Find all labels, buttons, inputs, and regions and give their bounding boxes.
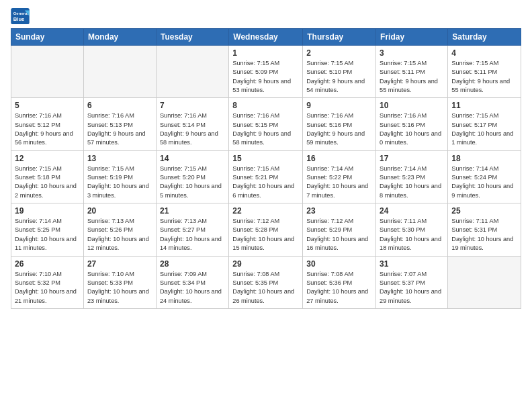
svg-text:General: General (13, 11, 29, 15)
svg-text:Blue: Blue (13, 16, 25, 22)
day-info: Sunrise: 7:14 AMSunset: 5:23 PMDaylight:… (380, 165, 444, 200)
calendar-cell: 22Sunrise: 7:12 AMSunset: 5:28 PMDayligh… (229, 203, 303, 256)
day-info: Sunrise: 7:15 AMSunset: 5:19 PMDaylight:… (87, 165, 152, 200)
day-number: 30 (306, 259, 372, 269)
logo-icon: General Blue (11, 8, 30, 24)
day-info: Sunrise: 7:11 AMSunset: 5:31 PMDaylight:… (451, 217, 517, 253)
day-info: Sunrise: 7:16 AMSunset: 5:15 PMDaylight:… (232, 111, 299, 147)
day-info: Sunrise: 7:13 AMSunset: 5:26 PMDaylight:… (87, 217, 152, 253)
day-number: 5 (15, 101, 80, 110)
calendar-cell: 14Sunrise: 7:15 AMSunset: 5:20 PMDayligh… (156, 150, 228, 203)
day-number: 17 (380, 154, 444, 163)
calendar-cell (83, 46, 156, 98)
day-info: Sunrise: 7:10 AMSunset: 5:33 PMDaylight:… (87, 270, 152, 306)
calendar-cell: 26Sunrise: 7:10 AMSunset: 5:32 PMDayligh… (11, 256, 84, 308)
day-info: Sunrise: 7:15 AMSunset: 5:21 PMDaylight:… (232, 165, 299, 200)
day-number: 4 (451, 48, 517, 58)
day-info: Sunrise: 7:12 AMSunset: 5:28 PMDaylight:… (232, 217, 299, 253)
calendar-cell: 3Sunrise: 7:15 AMSunset: 5:11 PMDaylight… (376, 46, 448, 98)
calendar-cell: 17Sunrise: 7:14 AMSunset: 5:23 PMDayligh… (376, 150, 448, 203)
day-number: 25 (451, 206, 517, 216)
day-number: 8 (232, 101, 299, 110)
day-info: Sunrise: 7:14 AMSunset: 5:22 PMDaylight:… (306, 165, 372, 200)
day-info: Sunrise: 7:08 AMSunset: 5:35 PMDaylight:… (232, 270, 299, 306)
calendar-cell: 9Sunrise: 7:16 AMSunset: 5:16 PMDaylight… (303, 98, 376, 150)
day-info: Sunrise: 7:15 AMSunset: 5:10 PMDaylight:… (306, 59, 372, 95)
day-number: 13 (87, 154, 152, 163)
day-info: Sunrise: 7:10 AMSunset: 5:32 PMDaylight:… (15, 270, 80, 306)
day-info: Sunrise: 7:16 AMSunset: 5:13 PMDaylight:… (87, 111, 152, 147)
day-header-friday: Friday (376, 29, 448, 46)
calendar-cell: 30Sunrise: 7:08 AMSunset: 5:36 PMDayligh… (303, 256, 376, 308)
calendar-week-2: 5Sunrise: 7:16 AMSunset: 5:12 PMDaylight… (11, 98, 521, 150)
calendar-cell: 31Sunrise: 7:07 AMSunset: 5:37 PMDayligh… (376, 256, 448, 308)
day-number: 15 (232, 154, 299, 163)
calendar-cell: 25Sunrise: 7:11 AMSunset: 5:31 PMDayligh… (448, 203, 521, 256)
calendar-cell: 13Sunrise: 7:15 AMSunset: 5:19 PMDayligh… (83, 150, 156, 203)
day-number: 12 (15, 154, 80, 163)
day-number: 26 (15, 259, 80, 269)
day-info: Sunrise: 7:15 AMSunset: 5:20 PMDaylight:… (160, 165, 225, 200)
calendar-cell: 15Sunrise: 7:15 AMSunset: 5:21 PMDayligh… (229, 150, 303, 203)
day-info: Sunrise: 7:08 AMSunset: 5:36 PMDaylight:… (306, 270, 372, 306)
day-info: Sunrise: 7:16 AMSunset: 5:14 PMDaylight:… (160, 111, 225, 147)
day-info: Sunrise: 7:15 AMSunset: 5:17 PMDaylight:… (451, 111, 517, 147)
calendar-cell: 4Sunrise: 7:15 AMSunset: 5:11 PMDaylight… (448, 46, 521, 98)
day-number: 22 (232, 206, 299, 216)
day-number: 29 (232, 259, 299, 269)
calendar-cell: 21Sunrise: 7:13 AMSunset: 5:27 PMDayligh… (156, 203, 228, 256)
logo: General Blue (11, 8, 30, 24)
day-info: Sunrise: 7:09 AMSunset: 5:34 PMDaylight:… (160, 270, 225, 306)
day-number: 21 (160, 206, 225, 216)
calendar-cell: 23Sunrise: 7:12 AMSunset: 5:29 PMDayligh… (303, 203, 376, 256)
day-info: Sunrise: 7:16 AMSunset: 5:12 PMDaylight:… (15, 111, 80, 147)
day-number: 18 (451, 154, 517, 163)
calendar-cell: 24Sunrise: 7:11 AMSunset: 5:30 PMDayligh… (376, 203, 448, 256)
day-info: Sunrise: 7:11 AMSunset: 5:30 PMDaylight:… (380, 217, 444, 253)
calendar-week-3: 12Sunrise: 7:15 AMSunset: 5:18 PMDayligh… (11, 150, 521, 203)
calendar-cell (156, 46, 228, 98)
calendar-cell: 16Sunrise: 7:14 AMSunset: 5:22 PMDayligh… (303, 150, 376, 203)
calendar-cell: 18Sunrise: 7:14 AMSunset: 5:24 PMDayligh… (448, 150, 521, 203)
day-number: 6 (87, 101, 152, 110)
day-number: 10 (380, 101, 444, 110)
calendar-cell (11, 46, 84, 98)
day-number: 31 (380, 259, 444, 269)
day-number: 19 (15, 206, 80, 216)
page-container: General Blue SundayMondayTuesdayWednesda… (0, 0, 532, 314)
day-header-tuesday: Tuesday (156, 29, 228, 46)
calendar-cell: 12Sunrise: 7:15 AMSunset: 5:18 PMDayligh… (11, 150, 84, 203)
day-header-thursday: Thursday (303, 29, 376, 46)
day-number: 9 (306, 101, 372, 110)
day-number: 7 (160, 101, 225, 110)
day-number: 3 (380, 48, 444, 58)
day-number: 27 (87, 259, 152, 269)
calendar-cell (448, 256, 521, 308)
day-header-saturday: Saturday (448, 29, 521, 46)
day-number: 16 (306, 154, 372, 163)
calendar-cell: 8Sunrise: 7:16 AMSunset: 5:15 PMDaylight… (229, 98, 303, 150)
calendar-cell: 19Sunrise: 7:14 AMSunset: 5:25 PMDayligh… (11, 203, 84, 256)
day-info: Sunrise: 7:16 AMSunset: 5:16 PMDaylight:… (380, 111, 444, 147)
day-header-monday: Monday (83, 29, 156, 46)
calendar-week-1: 1Sunrise: 7:15 AMSunset: 5:09 PMDaylight… (11, 46, 521, 98)
calendar-cell: 7Sunrise: 7:16 AMSunset: 5:14 PMDaylight… (156, 98, 228, 150)
day-number: 14 (160, 154, 225, 163)
calendar-table: SundayMondayTuesdayWednesdayThursdayFrid… (11, 28, 521, 309)
calendar-cell: 10Sunrise: 7:16 AMSunset: 5:16 PMDayligh… (376, 98, 448, 150)
day-number: 2 (306, 48, 372, 58)
calendar-cell: 5Sunrise: 7:16 AMSunset: 5:12 PMDaylight… (11, 98, 84, 150)
calendar-week-5: 26Sunrise: 7:10 AMSunset: 5:32 PMDayligh… (11, 256, 521, 308)
day-info: Sunrise: 7:15 AMSunset: 5:11 PMDaylight:… (451, 59, 517, 95)
calendar-cell: 11Sunrise: 7:15 AMSunset: 5:17 PMDayligh… (448, 98, 521, 150)
calendar-cell: 20Sunrise: 7:13 AMSunset: 5:26 PMDayligh… (83, 203, 156, 256)
header: General Blue (11, 8, 521, 24)
day-header-wednesday: Wednesday (229, 29, 303, 46)
calendar-cell: 2Sunrise: 7:15 AMSunset: 5:10 PMDaylight… (303, 46, 376, 98)
day-info: Sunrise: 7:15 AMSunset: 5:18 PMDaylight:… (15, 165, 80, 200)
calendar-cell: 6Sunrise: 7:16 AMSunset: 5:13 PMDaylight… (83, 98, 156, 150)
day-info: Sunrise: 7:13 AMSunset: 5:27 PMDaylight:… (160, 217, 225, 253)
day-number: 20 (87, 206, 152, 216)
day-info: Sunrise: 7:07 AMSunset: 5:37 PMDaylight:… (380, 270, 444, 306)
calendar-cell: 27Sunrise: 7:10 AMSunset: 5:33 PMDayligh… (83, 256, 156, 308)
